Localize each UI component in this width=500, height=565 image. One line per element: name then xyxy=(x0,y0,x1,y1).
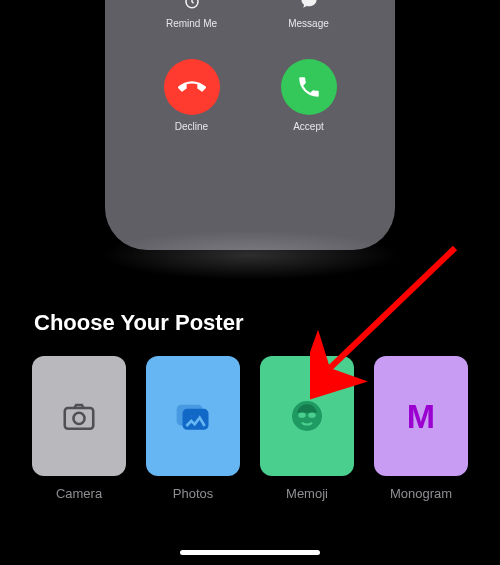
message-label: Message xyxy=(288,18,329,29)
accept-label: Accept xyxy=(293,121,324,132)
monogram-letter: M xyxy=(407,397,435,436)
svg-rect-1 xyxy=(65,408,94,429)
phone-down-icon xyxy=(178,73,206,101)
svg-line-9 xyxy=(330,248,455,368)
photos-icon xyxy=(173,396,213,436)
decline-label: Decline xyxy=(175,121,208,132)
camera-card xyxy=(32,356,126,476)
preview-call-row: Decline Accept xyxy=(105,59,395,132)
message-icon xyxy=(298,0,320,12)
svg-point-5 xyxy=(190,414,193,417)
memoji-label: Memoji xyxy=(286,486,328,501)
decline-button xyxy=(164,59,220,115)
memoji-icon xyxy=(287,396,327,436)
phone-call-preview: Remind Me Message Decline xyxy=(105,0,395,250)
svg-point-7 xyxy=(298,413,305,418)
svg-point-8 xyxy=(308,413,315,418)
poster-options-row: Camera Photos Memoji M xyxy=(0,356,500,501)
remind-me-option: Remind Me xyxy=(147,0,237,29)
camera-label: Camera xyxy=(56,486,102,501)
svg-point-2 xyxy=(73,413,84,424)
poster-option-monogram[interactable]: M Monogram xyxy=(374,356,468,501)
poster-option-memoji[interactable]: Memoji xyxy=(260,356,354,501)
monogram-label: Monogram xyxy=(390,486,452,501)
decline-option: Decline xyxy=(147,59,237,132)
photos-label: Photos xyxy=(173,486,213,501)
preview-options-row: Remind Me Message xyxy=(105,0,395,29)
poster-option-camera[interactable]: Camera xyxy=(32,356,126,501)
remind-me-label: Remind Me xyxy=(166,18,217,29)
section-title: Choose Your Poster xyxy=(34,310,243,336)
alarm-icon xyxy=(181,0,203,12)
home-indicator[interactable] xyxy=(180,550,320,555)
poster-option-photos[interactable]: Photos xyxy=(146,356,240,501)
monogram-card: M xyxy=(374,356,468,476)
accept-option: Accept xyxy=(264,59,354,132)
message-option: Message xyxy=(264,0,354,29)
camera-icon xyxy=(60,397,98,435)
accept-button xyxy=(281,59,337,115)
memoji-card xyxy=(260,356,354,476)
photos-card xyxy=(146,356,240,476)
phone-icon xyxy=(296,74,322,100)
